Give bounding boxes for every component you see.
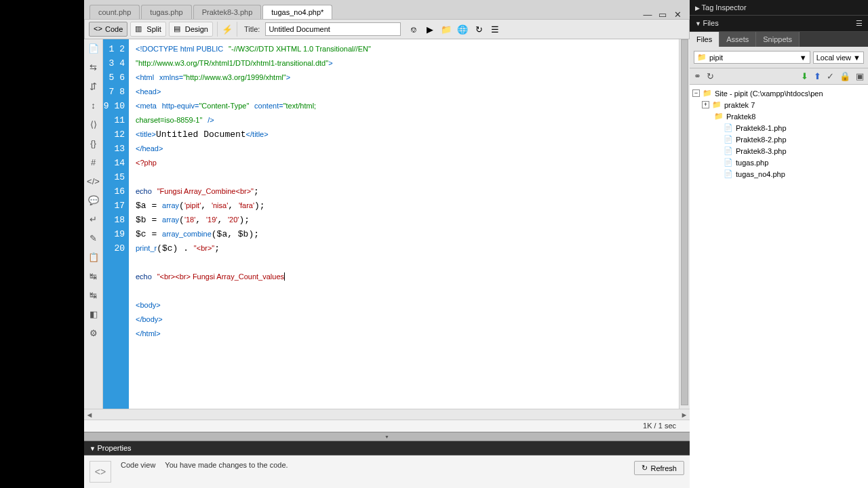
view-select[interactable]: Local view ▼ bbox=[813, 52, 864, 64]
properties-header[interactable]: Properties bbox=[84, 441, 690, 455]
tree-file[interactable]: 📄Praktek8-1.php bbox=[692, 122, 865, 134]
tree-file[interactable]: 📄Praktek8-2.php bbox=[692, 134, 865, 145]
format-icon[interactable]: ↹ bbox=[87, 271, 100, 285]
tree-file[interactable]: 📄tugas.php bbox=[692, 157, 865, 168]
document-toolbar: <>Code ▥Split ▤Design ⚡ Title: ⎊ ▶ 📁 🌐 ↻… bbox=[84, 19, 690, 39]
get-icon[interactable]: ⬇ bbox=[801, 71, 808, 81]
tab-tugas[interactable]: tugas.php bbox=[141, 5, 191, 19]
files-icon-toolbar: ⚭ ↻ ⬇ ⬆ ✓ 🔒 ▣ bbox=[690, 68, 868, 85]
settings-icon[interactable]: ⚙ bbox=[87, 328, 100, 342]
checkin-icon[interactable]: 🔒 bbox=[840, 71, 850, 81]
properties-panel: <> Code view You have made changes to th… bbox=[84, 455, 690, 488]
comment-icon[interactable]: 💬 bbox=[87, 195, 100, 209]
php-file-icon: 📄 bbox=[724, 158, 733, 167]
check-icon[interactable]: ⎊ bbox=[408, 23, 420, 35]
tag-inspector-header[interactable]: Tag Inspector bbox=[690, 0, 868, 16]
site-folder-icon: 📁 bbox=[703, 89, 712, 98]
refresh-button[interactable]: ↻Refresh bbox=[634, 461, 684, 475]
refresh-files-icon[interactable]: ↻ bbox=[707, 71, 714, 81]
tree-root[interactable]: −📁Site - pipit (C:\xampp\htdocs\pen bbox=[692, 87, 865, 99]
recent-icon[interactable]: ↹ bbox=[87, 290, 100, 304]
changes-message: You have made changes to the code. bbox=[165, 461, 288, 469]
vertical-scrollbar[interactable] bbox=[679, 39, 690, 409]
highlight-icon[interactable]: # bbox=[87, 157, 100, 171]
put-icon[interactable]: ⬆ bbox=[814, 71, 821, 81]
folder-icon: 📁 bbox=[697, 53, 707, 62]
balance-icon[interactable]: ⟨⟩ bbox=[87, 119, 100, 133]
php-file-icon: 📄 bbox=[724, 169, 733, 178]
syntax-icon[interactable]: </> bbox=[87, 176, 100, 190]
files-tab-snippets[interactable]: Snippets bbox=[756, 32, 800, 47]
design-view-button[interactable]: ▤Design bbox=[169, 22, 213, 37]
folder-icon: 📁 bbox=[712, 100, 722, 109]
files-header[interactable]: Files☰ bbox=[690, 16, 868, 32]
tree-file[interactable]: 📄Praktek8-3.php bbox=[692, 145, 865, 157]
indent-icon[interactable]: ✎ bbox=[87, 233, 100, 247]
connect-icon[interactable]: ⚭ bbox=[694, 71, 701, 81]
tree-folder-praktek8[interactable]: 📁Praktek8 bbox=[692, 110, 865, 122]
split-view-button[interactable]: ▥Split bbox=[130, 22, 165, 37]
code-editor[interactable]: <!DOCTYPE html PUBLIC "-//W3C//DTD XHTML… bbox=[129, 39, 679, 409]
live-view-icon[interactable]: ⚡ bbox=[222, 24, 233, 35]
close-icon[interactable]: ✕ bbox=[672, 9, 683, 19]
php-file-icon: 📄 bbox=[724, 146, 733, 155]
expand-icon[interactable]: ⇵ bbox=[87, 81, 100, 95]
tree-folder-praktek7[interactable]: +📁praktek 7 bbox=[692, 99, 865, 110]
expand-panel-icon[interactable]: ▣ bbox=[856, 71, 864, 81]
select-parent-icon[interactable]: ↕ bbox=[87, 100, 100, 114]
php-file-icon: 📄 bbox=[724, 123, 733, 132]
file-mgmt-icon[interactable]: 📁 bbox=[440, 23, 452, 35]
outdent-icon[interactable]: 📋 bbox=[87, 252, 100, 266]
window-controls: — ▭ ✕ bbox=[642, 9, 690, 19]
restore-icon[interactable]: ▭ bbox=[657, 9, 668, 19]
site-select[interactable]: 📁pipit▼ bbox=[694, 51, 810, 64]
php-file-icon: 📄 bbox=[724, 135, 733, 144]
code-toolbar: 📄 ⇆ ⇵ ↕ ⟨⟩ {} # </> 💬 ↵ ✎ 📋 ↹ ↹ ◧ ⚙ bbox=[84, 39, 103, 409]
snippets-icon[interactable]: ◧ bbox=[87, 309, 100, 323]
panel-drag-handle[interactable] bbox=[84, 432, 690, 441]
document-tabs: count.php tugas.php Praktek8-3.php tugas… bbox=[84, 0, 690, 19]
line-gutter: 1 2 3 4 5 6 7 8 9 10 11 12 13 14 15 16 1… bbox=[103, 39, 129, 409]
wrap-icon[interactable]: ↵ bbox=[87, 214, 100, 228]
folder-icon: 📁 bbox=[714, 112, 724, 121]
code-view-icon: <> bbox=[90, 461, 111, 483]
code-view-button[interactable]: <>Code bbox=[89, 22, 127, 37]
view-label: Code view bbox=[121, 461, 155, 469]
files-tab-files[interactable]: Files bbox=[690, 32, 719, 47]
file-tree: −📁Site - pipit (C:\xampp\htdocs\pen +📁pr… bbox=[690, 85, 868, 488]
files-tab-assets[interactable]: Assets bbox=[719, 32, 756, 47]
refresh-icon[interactable]: ↻ bbox=[473, 23, 485, 35]
open-docs-icon[interactable]: 📄 bbox=[87, 43, 100, 57]
files-tabs: Files Assets Snippets bbox=[690, 32, 868, 47]
preview-icon[interactable]: 🌐 bbox=[456, 23, 469, 35]
title-label: Title: bbox=[244, 25, 260, 33]
tree-file[interactable]: 📄tugas_no4.php bbox=[692, 168, 865, 180]
panel-menu-icon[interactable]: ☰ bbox=[856, 19, 863, 28]
horizontal-scrollbar[interactable]: ◄► bbox=[84, 409, 690, 420]
refresh-icon: ↻ bbox=[642, 464, 648, 472]
tab-praktek8-3[interactable]: Praktek8-3.php bbox=[193, 5, 262, 19]
minimize-icon[interactable]: — bbox=[642, 9, 653, 19]
line-numbers-icon[interactable]: {} bbox=[87, 138, 100, 152]
status-bar: 1K / 1 sec bbox=[84, 420, 690, 432]
collapse-icon[interactable]: ⇆ bbox=[87, 62, 100, 76]
options-icon[interactable]: ☰ bbox=[489, 23, 501, 35]
tab-tugas-no4[interactable]: tugas_no4.php* bbox=[262, 5, 332, 19]
validate-icon[interactable]: ▶ bbox=[424, 23, 436, 35]
tab-count[interactable]: count.php bbox=[90, 5, 140, 19]
checkout-icon[interactable]: ✓ bbox=[827, 71, 834, 81]
title-input[interactable] bbox=[265, 22, 401, 36]
